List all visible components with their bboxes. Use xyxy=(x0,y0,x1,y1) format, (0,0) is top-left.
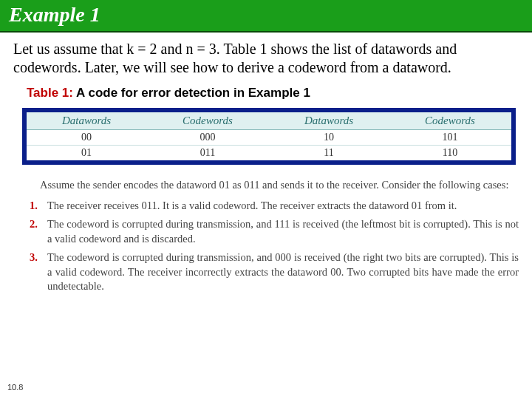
table-cell: 11 xyxy=(269,146,389,161)
title-bar: Example 1 xyxy=(0,0,532,33)
table-cell: 101 xyxy=(389,130,511,146)
item-number: 2. xyxy=(30,217,38,232)
table-cell: 00 xyxy=(27,130,146,146)
table-cell: 10 xyxy=(269,130,389,146)
cases-list: 1. The receiver receives 011. It is a va… xyxy=(30,199,519,294)
list-item: 1. The receiver receives 011. It is a va… xyxy=(30,199,519,214)
table-caption: Table 1: A code for error detection in E… xyxy=(0,83,532,105)
cases-lead: Assume the sender encodes the dataword 0… xyxy=(40,178,519,193)
col-header: Codewords xyxy=(146,112,269,130)
col-header: Codewords xyxy=(389,112,511,130)
table-number: Table 1: xyxy=(27,86,73,100)
col-header: Datawords xyxy=(27,112,146,130)
col-header: Datawords xyxy=(269,112,389,130)
table-row: 00 000 10 101 xyxy=(27,130,511,146)
table-cell: 011 xyxy=(146,146,269,161)
table-cell: 000 xyxy=(146,130,269,146)
item-text: The codeword is corrupted during transmi… xyxy=(47,251,519,292)
item-text: The codeword is corrupted during transmi… xyxy=(47,218,519,245)
code-table: Datawords Codewords Datawords Codewords … xyxy=(27,112,511,160)
page-number: 10.8 xyxy=(7,383,23,392)
table-description: A code for error detection in Example 1 xyxy=(76,86,310,100)
item-number: 3. xyxy=(30,250,38,265)
example-title: Example 1 xyxy=(9,3,523,27)
cases-section: Assume the sender encodes the dataword 0… xyxy=(0,171,532,294)
table-cell: 110 xyxy=(389,146,511,161)
table-cell: 01 xyxy=(27,146,146,161)
list-item: 3. The codeword is corrupted during tran… xyxy=(30,250,519,294)
table-header-row: Datawords Codewords Datawords Codewords xyxy=(27,112,511,130)
code-table-container: Datawords Codewords Datawords Codewords … xyxy=(22,108,516,165)
intro-paragraph: Let us assume that k = 2 and n = 3. Tabl… xyxy=(0,33,532,83)
table-row: 01 011 11 110 xyxy=(27,146,511,161)
item-number: 1. xyxy=(30,199,38,214)
item-text: The receiver receives 011. It is a valid… xyxy=(47,200,457,211)
list-item: 2. The codeword is corrupted during tran… xyxy=(30,217,519,246)
